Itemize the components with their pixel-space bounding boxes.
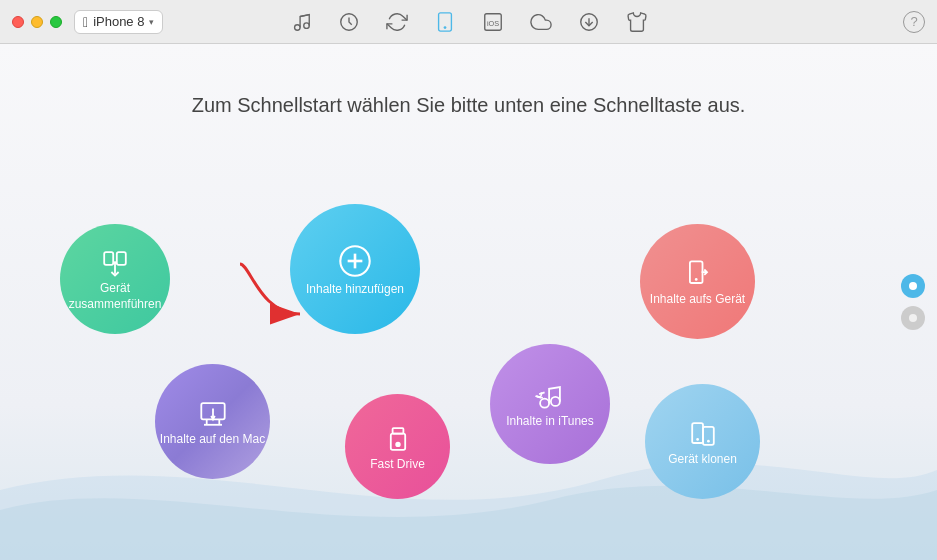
sidebar-icon-1	[907, 280, 919, 292]
svg-point-23	[396, 442, 400, 446]
mac-content-label: Inhalte auf den Mac	[160, 432, 265, 448]
device-icon[interactable]	[431, 8, 459, 36]
svg-rect-12	[117, 253, 126, 266]
ios-icon[interactable]: iOS	[479, 8, 507, 36]
itunes-icon	[532, 378, 568, 414]
cloud-icon[interactable]	[527, 8, 555, 36]
sidebar-dot-active[interactable]	[901, 274, 925, 298]
sidebar-icon-2	[907, 312, 919, 324]
music-icon[interactable]	[287, 8, 315, 36]
right-sidebar	[901, 274, 925, 330]
clone-device-label: Gerät klonen	[668, 452, 737, 468]
mac-content-button[interactable]: Inhalte auf den Mac	[155, 364, 270, 479]
main-content: Zum Schnellstart wählen Sie bitte unten …	[0, 44, 937, 560]
svg-point-25	[551, 397, 560, 406]
arrow-decoration	[230, 254, 330, 338]
traffic-lights	[12, 16, 62, 28]
fast-drive-button[interactable]: Fast Drive	[345, 394, 450, 499]
clone-icon	[685, 416, 721, 452]
merge-device-button[interactable]: Gerätzusammenführen	[60, 224, 170, 334]
close-button[interactable]	[12, 16, 24, 28]
itunes-content-button[interactable]: Inhalte in iTunes	[490, 344, 610, 464]
to-device-button[interactable]: Inhalte aufs Gerät	[640, 224, 755, 339]
fast-drive-label: Fast Drive	[370, 457, 425, 473]
maximize-button[interactable]	[50, 16, 62, 28]
titlebar:  iPhone 8 ▾ iOS	[0, 0, 937, 44]
help-button[interactable]: ?	[903, 11, 925, 33]
download-icon[interactable]	[575, 8, 603, 36]
todevice-icon	[680, 256, 716, 292]
add-icon	[334, 240, 376, 282]
svg-rect-11	[104, 253, 113, 266]
merge-device-label: Gerätzusammenführen	[69, 281, 162, 312]
toolbar-icons: iOS	[287, 8, 651, 36]
device-selector[interactable]:  iPhone 8 ▾	[74, 10, 163, 34]
clone-device-button[interactable]: Gerät klonen	[645, 384, 760, 499]
device-name: iPhone 8	[93, 14, 144, 29]
svg-point-1	[303, 22, 309, 27]
svg-text:iOS: iOS	[486, 18, 498, 27]
svg-point-33	[909, 282, 917, 290]
svg-point-24	[540, 399, 549, 408]
itunes-content-label: Inhalte in iTunes	[506, 414, 594, 430]
to-device-label: Inhalte aufs Gerät	[650, 292, 745, 308]
tshirt-icon[interactable]	[623, 8, 651, 36]
svg-point-0	[294, 24, 300, 30]
svg-point-34	[909, 314, 917, 322]
minimize-button[interactable]	[31, 16, 43, 28]
svg-line-2	[300, 14, 309, 16]
chevron-down-icon: ▾	[149, 17, 154, 27]
apple-icon: 	[83, 14, 88, 30]
headline: Zum Schnellstart wählen Sie bitte unten …	[192, 94, 746, 117]
mac-icon	[195, 396, 231, 432]
merge-icon	[97, 245, 133, 281]
fastdrive-icon	[380, 421, 416, 457]
backup-icon[interactable]	[335, 8, 363, 36]
sidebar-dot-inactive[interactable]	[901, 306, 925, 330]
sync-icon[interactable]	[383, 8, 411, 36]
circles-area: Gerätzusammenführen Inhalte hinzufügen I…	[0, 144, 937, 560]
